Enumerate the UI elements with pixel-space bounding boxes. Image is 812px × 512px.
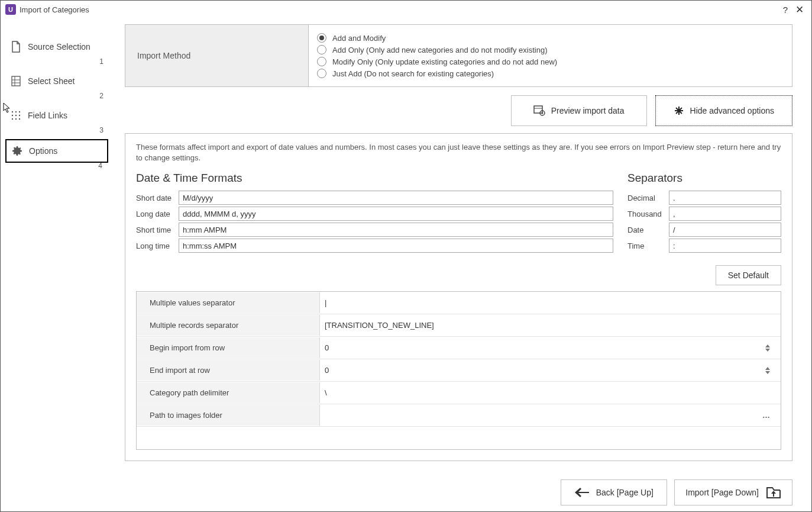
images-path-label: Path to images folder (137, 405, 320, 426)
long-time-label: Long time (136, 241, 179, 250)
cat-delim-label: Category path delimiter (137, 382, 320, 403)
short-time-input[interactable] (179, 223, 613, 237)
begin-row-input[interactable] (325, 343, 765, 352)
document-icon (10, 41, 22, 53)
multi-rec-sep-label: Multiple records separator (137, 315, 320, 336)
step-options[interactable]: Options 4 (5, 139, 108, 163)
svg-rect-13 (534, 106, 542, 113)
import-button[interactable]: Import [Page Down] (674, 479, 792, 505)
step-label: Options (29, 146, 57, 156)
step-label: Select Sheet (28, 76, 75, 86)
radio-add-only[interactable]: Add Only (Only add new categories and do… (317, 45, 784, 54)
app-icon: U (5, 4, 16, 15)
back-button[interactable]: Back [Page Up] (561, 479, 667, 505)
step-label: Field Links (28, 111, 67, 120)
time-sep-label: Time (627, 241, 669, 250)
svg-point-12 (19, 118, 20, 120)
options-table: Multiple values separator Multiple recor… (136, 291, 781, 450)
button-label: Import [Page Down] (685, 488, 759, 497)
radio-icon (317, 57, 326, 66)
svg-point-6 (19, 111, 20, 112)
radio-label: Add Only (Only add new categories and do… (332, 46, 547, 54)
begin-row-spinner[interactable] (765, 344, 776, 352)
grid-dots-icon (10, 110, 22, 121)
step-number: 2 (99, 92, 103, 100)
multi-val-sep-input[interactable] (325, 298, 776, 307)
radio-add-and-modify[interactable]: Add and Modify (317, 33, 784, 43)
step-select-sheet[interactable]: Select Sheet 2 (5, 70, 108, 92)
date-sep-input[interactable] (669, 223, 781, 237)
step-source-selection[interactable]: Source Selection 1 (5, 36, 108, 57)
multi-val-sep-label: Multiple values separator (137, 292, 320, 313)
long-date-label: Long date (136, 210, 179, 218)
svg-point-8 (15, 115, 17, 116)
decimal-input[interactable] (669, 191, 781, 205)
short-date-label: Short date (136, 194, 179, 202)
svg-point-5 (15, 111, 17, 112)
help-button[interactable]: ? (778, 5, 792, 15)
thousand-input[interactable] (669, 207, 781, 221)
short-date-input[interactable] (179, 191, 613, 205)
step-number: 3 (99, 126, 103, 134)
button-label: Back [Page Up] (596, 488, 654, 497)
arrow-left-icon (575, 488, 589, 497)
radio-label: Just Add (Do not search for existing cat… (332, 69, 494, 78)
svg-point-9 (19, 115, 20, 116)
separators-section-title: Separators (627, 172, 781, 185)
datetime-section-title: Date & Time Formats (136, 172, 613, 185)
end-row-input[interactable] (325, 366, 765, 375)
gear-icon (11, 145, 23, 157)
title-bar: U Import of Categories ? ✕ (1, 1, 811, 18)
hide-advanced-button[interactable]: Hide advanced options (655, 95, 792, 126)
images-path-input[interactable] (325, 411, 762, 420)
short-time-label: Short time (136, 226, 179, 234)
window-title: Import of Categories (20, 5, 89, 14)
import-method-panel: Import Method Add and Modify Add Only (O… (125, 24, 792, 87)
radio-label: Modify Only (Only update existing catego… (332, 57, 557, 66)
set-default-button[interactable]: Set Default (716, 265, 781, 285)
close-button[interactable]: ✕ (792, 4, 807, 16)
thousand-label: Thousand (627, 210, 669, 218)
svg-rect-0 (12, 76, 20, 86)
begin-row-label: Begin import from row (137, 337, 320, 358)
svg-point-7 (12, 115, 13, 116)
button-label: Preview import data (551, 106, 625, 115)
radio-icon (317, 69, 326, 78)
time-sep-input[interactable] (669, 239, 781, 253)
hint-text: These formats affect import and export o… (136, 142, 781, 163)
wizard-steps-sidebar: Source Selection 1 Select Sheet 2 Field … (1, 18, 113, 511)
step-label: Source Selection (28, 42, 90, 51)
radio-icon (317, 33, 326, 43)
step-number: 1 (99, 57, 103, 66)
preview-import-button[interactable]: Preview import data (511, 95, 647, 126)
end-row-label: End import at row (137, 360, 320, 381)
browse-button[interactable]: … (762, 411, 776, 420)
radio-just-add[interactable]: Just Add (Do not search for existing cat… (317, 69, 784, 78)
radio-modify-only[interactable]: Modify Only (Only update existing catego… (317, 57, 784, 66)
import-method-label: Import Method (125, 25, 309, 86)
formats-panel: These formats affect import and export o… (125, 133, 792, 461)
decimal-label: Decimal (627, 194, 669, 202)
svg-point-16 (541, 112, 543, 114)
svg-point-10 (12, 118, 13, 120)
svg-point-11 (15, 118, 17, 120)
button-label: Hide advanced options (690, 106, 774, 115)
radio-icon (317, 45, 326, 54)
import-icon (766, 486, 781, 499)
sheet-icon (10, 75, 22, 87)
svg-point-4 (12, 111, 13, 112)
end-row-spinner[interactable] (765, 367, 776, 374)
long-date-input[interactable] (179, 207, 613, 221)
multi-rec-sep-input[interactable] (325, 321, 776, 330)
step-number: 4 (98, 162, 102, 170)
cat-delim-input[interactable] (325, 388, 776, 397)
step-field-links[interactable]: Field Links 3 (5, 105, 108, 126)
date-sep-label: Date (627, 226, 669, 234)
asterisk-icon (674, 105, 684, 116)
preview-icon (533, 105, 545, 116)
long-time-input[interactable] (179, 239, 613, 253)
radio-label: Add and Modify (332, 34, 386, 43)
